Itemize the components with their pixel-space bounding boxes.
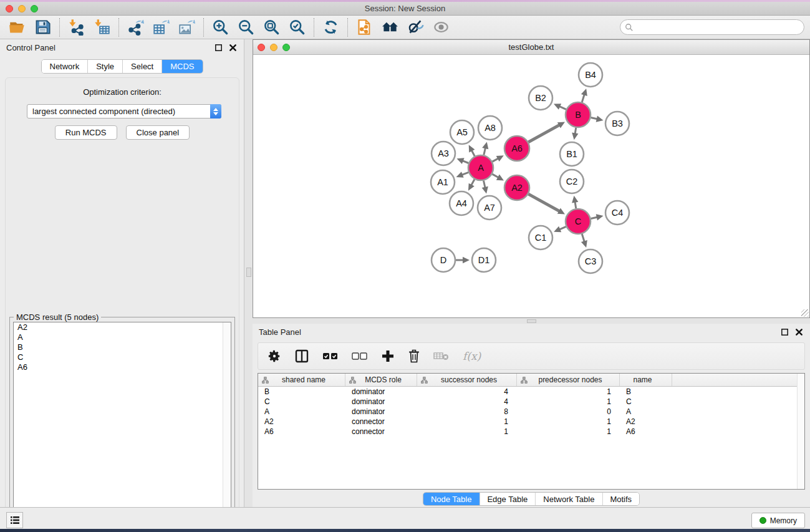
home-icon[interactable] xyxy=(382,19,398,36)
gear-icon[interactable] xyxy=(268,349,281,364)
mcds-result-item[interactable]: A xyxy=(14,332,231,342)
table-cell[interactable]: 1 xyxy=(517,417,620,427)
table-row[interactable]: Bdominator41B xyxy=(258,387,804,397)
network-canvas[interactable]: B4B2BB3A5A8A6A3B1AA1C2A2A4A7C4CC1C3DD1 xyxy=(253,55,809,317)
table-cell[interactable]: A2 xyxy=(620,417,672,427)
graph-node-label: B3 xyxy=(612,118,623,128)
table-row[interactable]: Adominator80A xyxy=(258,407,804,417)
table-cell[interactable]: dominator xyxy=(345,387,417,397)
table-row[interactable]: A6connector11A6 xyxy=(258,427,804,437)
select-all-checkboxes-icon[interactable] xyxy=(322,349,339,364)
delete-column-icon[interactable] xyxy=(408,349,420,364)
mcds-result-item[interactable]: A6 xyxy=(14,362,231,372)
node-table[interactable]: shared nameMCDS rolesuccessor nodesprede… xyxy=(258,373,805,490)
table-cell[interactable]: 4 xyxy=(417,387,517,397)
table-cell[interactable]: A6 xyxy=(620,427,672,437)
table-cell[interactable]: 1 xyxy=(417,417,517,427)
table-cell[interactable]: 1 xyxy=(517,397,620,407)
new-network-from-selection-icon[interactable] xyxy=(356,19,373,36)
zoom-selected-icon[interactable] xyxy=(289,19,306,36)
export-table-icon[interactable] xyxy=(153,19,170,36)
deselect-all-checkboxes-icon[interactable] xyxy=(352,349,368,364)
table-cell[interactable]: connector xyxy=(345,417,417,427)
close-table-panel-icon[interactable] xyxy=(794,327,804,337)
mcds-result-list[interactable]: A2ABCA6 xyxy=(13,322,231,529)
search-field[interactable] xyxy=(620,19,804,35)
refresh-layout-icon[interactable] xyxy=(322,19,339,36)
tab-edge-table[interactable]: Edge Table xyxy=(480,493,536,505)
table-cell[interactable]: 1 xyxy=(517,387,620,397)
add-column-icon[interactable] xyxy=(381,349,395,364)
table-toolbar: f(x) xyxy=(258,342,805,370)
table-cell[interactable]: 0 xyxy=(517,407,620,417)
export-network-icon[interactable] xyxy=(127,19,144,36)
table-panel-header: Table Panel xyxy=(253,324,810,340)
table-row[interactable]: A2connector11A2 xyxy=(258,417,804,427)
tab-network[interactable]: Network xyxy=(41,60,88,73)
table-cell[interactable]: B xyxy=(620,387,672,397)
column-header-shared-name[interactable]: shared name xyxy=(258,374,345,386)
mcds-result-item[interactable]: B xyxy=(14,342,231,352)
zoom-fit-icon[interactable] xyxy=(263,19,280,36)
close-panel-button[interactable]: Close panel xyxy=(126,125,190,140)
column-header-successor-nodes[interactable]: successor nodes xyxy=(417,374,517,386)
function-builder-icon[interactable]: f(x) xyxy=(463,349,481,364)
tab-mcds[interactable]: MCDS xyxy=(162,60,202,73)
delete-table-icon[interactable] xyxy=(433,349,450,364)
table-panel-title: Table Panel xyxy=(259,327,301,337)
table-cell[interactable]: A6 xyxy=(258,427,345,437)
tab-select[interactable]: Select xyxy=(123,60,162,73)
vertical-splitter-handle[interactable] xyxy=(246,268,251,277)
split-columns-icon[interactable] xyxy=(294,349,309,364)
table-scrollbar[interactable] xyxy=(797,374,804,489)
memory-button[interactable]: Memory xyxy=(751,513,805,528)
column-header-name[interactable]: name xyxy=(620,374,672,386)
table-cell[interactable]: B xyxy=(258,387,345,397)
network-window-titlebar[interactable]: testGlobe.txt xyxy=(253,40,809,55)
table-cell[interactable]: dominator xyxy=(345,407,417,417)
table-cell[interactable]: C xyxy=(620,397,672,407)
table-cell[interactable]: A2 xyxy=(258,417,345,427)
result-list-scrollbar[interactable] xyxy=(223,322,231,528)
mcds-result-item[interactable]: A2 xyxy=(14,322,231,332)
table-cell[interactable]: dominator xyxy=(345,397,417,407)
tab-network-table[interactable]: Network Table xyxy=(536,493,602,505)
float-panel-icon[interactable] xyxy=(214,43,223,52)
search-input[interactable] xyxy=(634,21,804,34)
zoom-out-icon[interactable] xyxy=(238,19,254,36)
graph-edge-A2-C[interactable] xyxy=(528,194,560,211)
table-cell[interactable]: A xyxy=(258,407,345,417)
float-table-panel-icon[interactable] xyxy=(780,327,789,337)
graph-edge-C-C3[interactable] xyxy=(582,234,584,242)
import-table-icon[interactable] xyxy=(94,19,110,36)
graph-edge-B-B4[interactable] xyxy=(582,94,584,102)
tab-style[interactable]: Style xyxy=(88,60,123,73)
optimization-criterion-select[interactable]: largest connected component (directed) xyxy=(27,104,221,118)
tab-node-table[interactable]: Node Table xyxy=(423,493,480,505)
horizontal-splitter-handle[interactable] xyxy=(527,319,536,323)
table-cell[interactable]: connector xyxy=(345,427,417,437)
task-history-button[interactable] xyxy=(6,512,23,528)
table-cell[interactable]: 1 xyxy=(417,427,517,437)
save-session-icon[interactable] xyxy=(34,19,51,36)
export-image-icon[interactable] xyxy=(178,19,195,36)
graph-edge-A6-B[interactable] xyxy=(528,125,560,142)
tab-motifs[interactable]: Motifs xyxy=(602,493,639,505)
column-header-MCDS-role[interactable]: MCDS role xyxy=(345,374,417,386)
close-panel-icon[interactable] xyxy=(228,43,238,52)
window-resize-grip[interactable] xyxy=(801,309,809,317)
zoom-in-icon[interactable] xyxy=(212,19,229,36)
table-cell[interactable]: C xyxy=(258,397,345,407)
hide-glasses-icon[interactable] xyxy=(407,19,424,36)
table-row[interactable]: Cdominator41C xyxy=(258,397,804,407)
table-cell[interactable]: 1 xyxy=(517,427,620,437)
import-network-icon[interactable] xyxy=(68,19,85,36)
table-cell[interactable]: 8 xyxy=(417,407,517,417)
mcds-result-item[interactable]: C xyxy=(14,352,231,362)
show-eye-icon[interactable] xyxy=(433,19,450,36)
run-mcds-button[interactable]: Run MCDS xyxy=(55,125,117,140)
table-cell[interactable]: 4 xyxy=(417,397,517,407)
table-cell[interactable]: A xyxy=(620,407,672,417)
open-session-icon[interactable] xyxy=(9,19,26,36)
column-header-predecessor-nodes[interactable]: predecessor nodes xyxy=(517,374,620,386)
